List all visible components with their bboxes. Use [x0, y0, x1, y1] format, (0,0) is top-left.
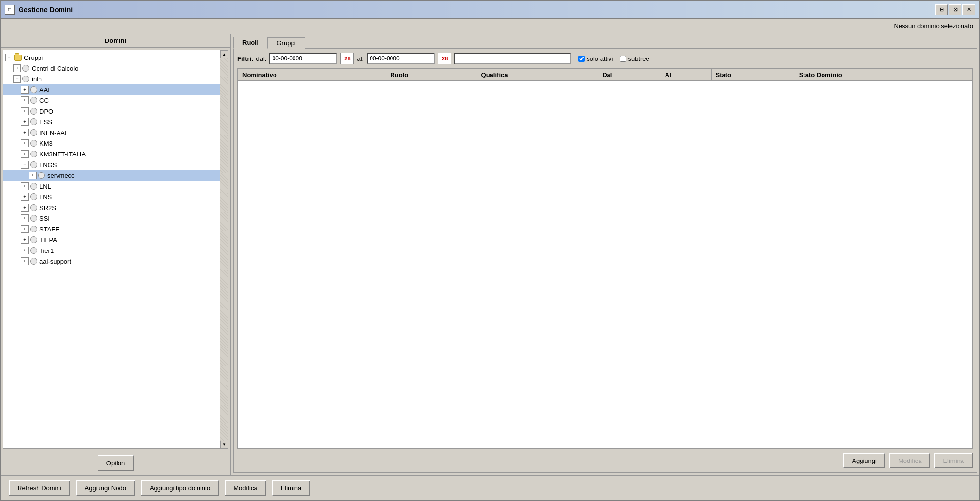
al-label: al:	[357, 55, 364, 62]
tree-label-aai: AAI	[39, 86, 50, 94]
tree-expand-km3net[interactable]: +	[21, 150, 29, 158]
aggiungi-nodo-button[interactable]: Aggiungi Nodo	[76, 480, 135, 496]
tree-item-lns[interactable]: + LNS	[3, 192, 228, 202]
right-panel: Ruoli Gruppi Filtri: dal: 28 al:	[231, 34, 979, 475]
tree-item-ess[interactable]: + ESS	[3, 116, 228, 127]
folder-icon-root	[14, 54, 22, 61]
tree-label-km3net: KM3NET-ITALIA	[39, 151, 86, 158]
domain-icon-dpo	[30, 107, 38, 115]
status-text: Nessun dominio selezionato	[894, 22, 973, 30]
tree-item-root[interactable]: − Gruppi	[3, 52, 228, 63]
tree-scroll[interactable]: − Gruppi + Centri di Calcolo	[3, 50, 228, 448]
tree-item-infn-aai[interactable]: + INFN-AAI	[3, 127, 228, 138]
tab-content: Filtri: dal: 28 al: 28 solo attivi	[233, 48, 977, 473]
al-input[interactable]	[367, 53, 435, 64]
tree-expand-tifpa[interactable]: +	[21, 236, 29, 244]
tree-scrollbar[interactable]: ▲ ▼	[220, 50, 228, 448]
tree-expand-ess[interactable]: +	[21, 118, 29, 126]
col-stato-dominio: Stato Dominio	[795, 69, 972, 81]
domain-icon-aai-support	[30, 257, 38, 265]
refresh-domini-button[interactable]: Refresh Domini	[9, 480, 70, 496]
tree-expand-cc[interactable]: +	[21, 96, 29, 104]
bottom-bar: Refresh Domini Aggiungi Nodo Aggiungi ti…	[1, 475, 979, 500]
tab-ruoli[interactable]: Ruoli	[233, 37, 268, 49]
domain-icon-km3net	[30, 150, 38, 158]
dal-calendar-button[interactable]: 28	[340, 53, 354, 64]
tree-expand-staff[interactable]: +	[21, 225, 29, 233]
tree-expand-centri[interactable]: +	[13, 64, 21, 72]
filter-text-input[interactable]	[454, 53, 571, 64]
tree-expand-km3[interactable]: +	[21, 139, 29, 147]
tree-expand-aai-support[interactable]: +	[21, 257, 29, 265]
subtree-checkbox[interactable]	[620, 56, 626, 62]
minimize-button[interactable]: ⊟	[935, 4, 948, 15]
option-button[interactable]: Option	[98, 455, 134, 471]
elimina-button[interactable]: Elimina	[934, 453, 973, 468]
dal-input[interactable]	[269, 53, 337, 64]
scroll-track[interactable]	[220, 58, 228, 441]
tree-expand-root[interactable]: −	[5, 54, 13, 61]
domain-icon-cc	[30, 96, 38, 104]
dal-label: dal:	[256, 55, 267, 62]
tree-expand-infn-aai[interactable]: +	[21, 129, 29, 136]
tree-expand-ssi[interactable]: +	[21, 214, 29, 222]
tree-item-tifpa[interactable]: + TIFPA	[3, 234, 228, 245]
aggiungi-button[interactable]: Aggiungi	[843, 453, 885, 468]
tree-item-aai[interactable]: + AAI	[3, 84, 228, 95]
tree-item-ssi[interactable]: + SSI	[3, 213, 228, 224]
scroll-up-arrow[interactable]: ▲	[220, 50, 228, 58]
domain-icon-lns	[30, 193, 38, 201]
domain-icon-ess	[30, 118, 38, 126]
solo-attivi-checkbox[interactable]	[578, 56, 585, 62]
data-table: Nominativo Ruolo Qualifica Dal Al Stato …	[237, 68, 973, 449]
tree-item-tier1[interactable]: + Tier1	[3, 245, 228, 256]
tree-expand-lnl[interactable]: +	[21, 182, 29, 190]
tree-label-infn: infn	[32, 76, 42, 83]
tree-item-dpo[interactable]: + DPO	[3, 106, 228, 116]
tab-gruppi[interactable]: Gruppi	[268, 37, 305, 49]
al-calendar-button[interactable]: 28	[438, 53, 451, 64]
tree-item-servmecc[interactable]: + servmecc	[3, 170, 228, 181]
tree-item-staff[interactable]: + STAFF	[3, 224, 228, 234]
tree-expand-sr2s[interactable]: +	[21, 204, 29, 212]
tree-expand-tier1[interactable]: +	[21, 247, 29, 254]
col-ruolo: Ruolo	[386, 69, 477, 81]
domain-icon-sr2s	[30, 204, 38, 212]
tree-expand-dpo[interactable]: +	[21, 107, 29, 115]
tree-item-km3net[interactable]: + KM3NET-ITALIA	[3, 149, 228, 159]
tree-item-sr2s[interactable]: + SR2S	[3, 202, 228, 213]
domain-icon-tier1	[30, 247, 38, 254]
tree-item-lngs[interactable]: − LNGS	[3, 159, 228, 170]
domain-icon-infn-aai	[30, 129, 38, 136]
tree-item-lnl[interactable]: + LNL	[3, 181, 228, 192]
close-button[interactable]: ✕	[962, 4, 975, 15]
main-window: □ Gestione Domini ⊟ ⊠ ✕ Nessun dominio s…	[0, 0, 980, 501]
tree-expand-aai[interactable]: +	[21, 86, 29, 94]
filter-bar: Filtri: dal: 28 al: 28 solo attivi	[237, 53, 973, 64]
tree-label-root: Gruppi	[24, 54, 43, 61]
tree-item-centri[interactable]: + Centri di Calcolo	[3, 63, 228, 74]
tree-item-infn[interactable]: − infn	[3, 74, 228, 84]
tree-item-km3[interactable]: + KM3	[3, 138, 228, 149]
tree-label-lns: LNS	[39, 193, 52, 201]
left-bottom-bar: Option	[1, 451, 230, 475]
domain-icon-ssi	[30, 214, 38, 222]
tree-expand-infn[interactable]: −	[13, 75, 21, 83]
elimina-bottom-button[interactable]: Elimina	[272, 480, 311, 496]
modifica-button[interactable]: Modifica	[889, 453, 930, 468]
tree-item-cc[interactable]: + CC	[3, 95, 228, 106]
left-panel: Domini − Gruppi +	[1, 34, 231, 475]
window-icon: □	[5, 5, 15, 15]
modifica-bottom-button[interactable]: Modifica	[225, 480, 266, 496]
col-al: Al	[661, 69, 711, 81]
scroll-down-arrow[interactable]: ▼	[220, 441, 228, 448]
tree-expand-lns[interactable]: +	[21, 193, 29, 201]
aggiungi-tipo-button[interactable]: Aggiungi tipo dominio	[141, 480, 219, 496]
tree-item-aai-support[interactable]: + aai-support	[3, 256, 228, 267]
tree-expand-servmecc[interactable]: +	[29, 172, 37, 179]
tree-expand-lngs[interactable]: −	[21, 161, 29, 169]
tree-label-ssi: SSI	[39, 215, 50, 222]
domain-icon-infn	[22, 75, 30, 83]
tree-label-aai-support: aai-support	[39, 258, 71, 265]
maximize-button[interactable]: ⊠	[949, 4, 961, 15]
